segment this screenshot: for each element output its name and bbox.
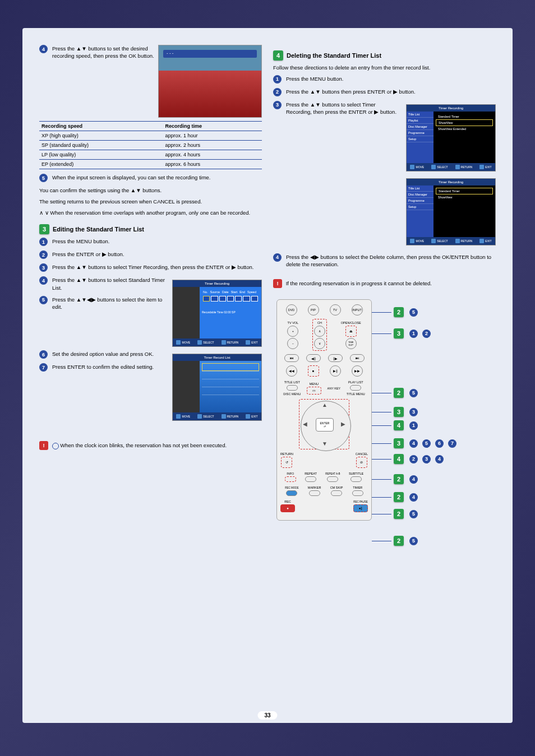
s4-t3: Press the ▲▼ buttons to select Timer Rec… [286,101,403,116]
btn-ch-dn: ∨ [314,338,325,349]
step-circle-5: 5 [39,174,48,182]
btn-info [285,476,296,482]
s4-t4: Press the ◀▶ buttons to select the Delet… [286,253,496,268]
section-3-heading: 3 Editing the Standard Timer List [39,224,262,234]
remote-control: DVD PIP TV INPUT TV VOL+− CH∧∨ OPEN/CLOS… [276,299,372,521]
btn-vol-dn: − [287,338,298,349]
caution-icon: ! [39,441,48,450]
s3-n3: 3 [39,263,48,272]
callout-2: 25 [372,388,420,398]
step-circle-4: 4 [39,45,48,53]
dpad-up-icon: ▲ [322,402,328,408]
dpad: ▲ ▼ ◀ ▶ ENTER⏎ [299,399,349,449]
note-3: ∧ ∨ When the reservation time overlaps w… [39,209,262,217]
caution-icon-2: ! [273,279,282,288]
th-time: Recording time [163,122,262,131]
btn-pip: PIP [308,304,319,316]
btn-repeat [305,476,316,482]
s3-n1: 1 [39,238,48,246]
note-1: You can confirm the settings using the ▲… [39,187,262,194]
s3-t5: Press the ▲▼◀▶ buttons to select the ite… [52,296,169,311]
callout-0: 25 [372,307,420,317]
btn-repeat-ab [327,476,338,482]
left-column: - - - 4 Press the ▲▼ buttons to set the … [39,45,262,521]
s4-n1: 1 [273,75,282,84]
screenshot-menu-2: Timer Recording Title List Disc Manager … [406,178,496,245]
section-4-title: Deleting the Standard Timer List [287,52,381,59]
btn-return: ↺ [281,457,292,468]
dpad-left-icon: ◀ [303,421,307,427]
callout-6: 4234 [372,454,446,464]
s4-t2: Press the ▲▼ buttons then press ENTER or… [286,88,496,95]
dpad-right-icon: ▶ [341,421,345,427]
section-3-title: Editing the Standard Timer List [53,226,144,233]
section-box-4: 4 [273,50,283,61]
s3-t3: Press the ▲▼ buttons to select Timer Rec… [52,263,262,271]
note-2: The setting returns to the previous scre… [39,198,262,206]
callout-5: 34567 [372,438,459,448]
btn-stepback: ◀∥ [306,354,321,362]
btn-subtitle [350,476,362,482]
callout-10: 25 [372,536,420,546]
caution-2: ! If the recording reservation is in pro… [273,279,496,288]
remote-callouts: 2531225334134567423424242525 [372,299,496,521]
step-4-text: Press the ▲▼ buttons to set the desired … [52,45,155,60]
btn-play: ▶∥ [330,365,341,377]
btn-timer [352,490,363,496]
btn-title-list [287,385,298,391]
s3-n2: 2 [39,251,48,259]
btn-input: INPUT [352,304,363,316]
btn-prev: ⏮ [284,354,299,362]
s3-t2: Press the ENTER or ▶ button. [52,251,262,258]
caution-note: ! When the clock icon blinks, the reserv… [39,441,262,450]
btn-stop: ■ [308,365,319,377]
btn-ff: ▶▶ [352,365,363,377]
btn-tv: TV [330,304,341,316]
btn-cmskip [331,490,342,496]
section-4-heading: 4 Deleting the Standard Timer List [273,50,496,61]
btn-rew: ◀◀ [286,365,297,377]
callout-3: 33 [372,407,420,417]
recording-speed-table: Recording speedRecording time XP (high q… [39,121,262,169]
btn-next: ⏭ [350,354,365,362]
btn-vol-up: + [287,326,298,337]
th-speed: Recording speed [39,122,163,131]
preview-image: - - - [158,45,262,118]
s4-t1: Press the MENU button. [286,75,496,82]
s3-t7: Press ENTER to confirm the edited settin… [52,363,169,370]
screenshot-menu-1: Timer Recording Title List Playlist Disc… [406,104,496,171]
s3-n6: 6 [39,350,48,359]
section-box-3: 3 [39,224,49,234]
s3-n4: 4 [39,276,48,285]
manual-page: - - - 4 Press the ▲▼ buttons to set the … [22,28,513,723]
page-number: 33 [257,711,277,720]
s4-n2: 2 [273,88,282,96]
remote-diagram-wrap: DVD PIP TV INPUT TV VOL+− CH∧∨ OPEN/CLOS… [273,299,496,521]
btn-dvd: DVD [286,304,297,316]
s4-n4: 4 [273,253,282,262]
callout-7: 24 [372,474,420,484]
btn-marker [309,490,320,496]
btn-recmode [286,490,297,496]
s3-n7: 7 [39,363,48,372]
btn-recpause: ●∥ [353,504,368,512]
s3-t4: Press the ▲▼ buttons to select Standard … [52,276,169,291]
section-4-intro: Follow these directions to delete an ent… [273,64,496,72]
btn-stepfwd: ∥▶ [328,354,343,362]
callout-9: 25 [372,509,420,519]
btn-play-list [350,385,361,391]
btn-menu: ▭ [307,387,321,395]
preview-overlay: - - - [167,50,173,55]
btn-cancel: ⊘ [356,457,367,468]
btn-timeslip: TIME SLIP [345,338,357,349]
screenshot-timer-list: Timer Record List MOVE SELECT RETURN EXI… [172,354,262,421]
step-5-text: When the input screen is displayed, you … [52,174,262,181]
callout-1: 312 [372,328,433,338]
btn-enter: ENTER⏎ [316,418,334,432]
screenshot-timer-editor: Timer Recording No. Source Date Start En… [172,280,262,347]
s3-t1: Press the MENU button. [52,238,262,245]
right-column: 4 Deleting the Standard Timer List Follo… [273,45,496,521]
callout-4: 41 [372,420,420,430]
clock-icon [52,443,59,449]
dpad-down-icon: ▼ [322,440,328,447]
